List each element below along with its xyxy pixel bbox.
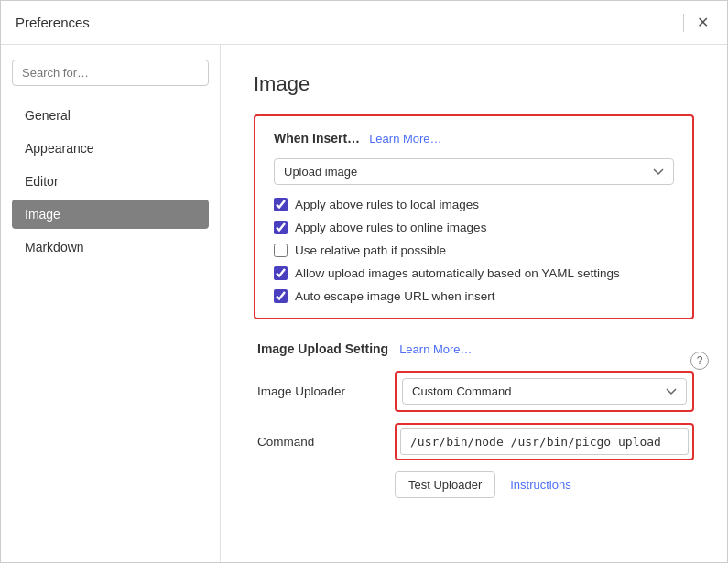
sidebar-item-markdown[interactable]: Markdown	[12, 233, 209, 262]
checkbox-relative: Use relative path if possible	[274, 244, 674, 257]
insert-dropdown[interactable]: Upload image	[274, 158, 674, 185]
test-row: Test Uploader Instructions	[257, 471, 694, 498]
close-button[interactable]: ✕	[693, 10, 712, 35]
help-icon[interactable]: ?	[690, 352, 709, 370]
search-input[interactable]	[12, 60, 209, 86]
checkbox-local: Apply above rules to local images	[274, 198, 674, 211]
checkbox-yaml-label: Allow upload images automatically based …	[295, 266, 620, 280]
sidebar-item-image[interactable]: Image	[12, 200, 209, 229]
command-wrap	[395, 423, 694, 460]
window-title: Preferences	[16, 15, 90, 30]
checkbox-local-input[interactable]	[274, 198, 288, 211]
preferences-window: Preferences ✕ General Appearance Editor …	[0, 0, 728, 563]
checkbox-yaml: Allow upload images automatically based …	[274, 266, 674, 280]
section-header: When Insert… Learn More…	[274, 131, 674, 146]
checkbox-escape-label: Auto escape image URL when insert	[295, 289, 495, 303]
sidebar-item-appearance[interactable]: Appearance	[12, 134, 209, 163]
checkbox-yaml-input[interactable]	[274, 266, 288, 280]
title-divider	[683, 14, 684, 32]
upload-learn-more-link[interactable]: Learn More…	[399, 342, 472, 356]
test-uploader-button[interactable]: Test Uploader	[395, 471, 495, 498]
main-panel: Image When Insert… Learn More… Upload im…	[221, 45, 727, 562]
uploader-label: Image Uploader	[257, 384, 395, 398]
content-area: General Appearance Editor Image Markdown…	[1, 45, 727, 562]
instructions-link[interactable]: Instructions	[510, 478, 570, 492]
command-input[interactable]	[400, 428, 689, 455]
checkbox-escape: Auto escape image URL when insert	[274, 289, 674, 303]
when-insert-label: When Insert…	[274, 131, 360, 146]
titlebar: Preferences ✕	[1, 1, 727, 45]
command-row: Command	[257, 423, 694, 460]
checkbox-online: Apply above rules to online images	[274, 221, 674, 234]
sidebar: General Appearance Editor Image Markdown	[1, 45, 221, 562]
checkbox-relative-input[interactable]	[274, 244, 288, 257]
checkbox-relative-label: Use relative path if possible	[295, 244, 446, 257]
sidebar-item-editor[interactable]: Editor	[12, 167, 209, 196]
uploader-dropdown-wrap: Custom Command	[395, 371, 694, 412]
checkbox-online-input[interactable]	[274, 221, 288, 234]
uploader-row: Image Uploader Custom Command	[257, 371, 694, 412]
command-label: Command	[257, 435, 395, 449]
upload-setting-header: Image Upload Setting Learn More…	[257, 341, 694, 356]
upload-setting-title: Image Upload Setting	[257, 341, 388, 356]
checkbox-escape-input[interactable]	[274, 289, 288, 303]
upload-setting-section: Image Upload Setting Learn More… Image U…	[254, 341, 694, 498]
uploader-dropdown[interactable]: Custom Command	[402, 378, 687, 405]
page-title: Image	[254, 72, 694, 96]
checkbox-online-label: Apply above rules to online images	[295, 221, 486, 234]
when-insert-section: When Insert… Learn More… Upload image Ap…	[254, 114, 694, 319]
checkbox-local-label: Apply above rules to local images	[295, 198, 479, 211]
insert-dropdown-row: Upload image	[274, 158, 674, 185]
learn-more-link[interactable]: Learn More…	[369, 132, 441, 146]
sidebar-item-general[interactable]: General	[12, 101, 209, 130]
